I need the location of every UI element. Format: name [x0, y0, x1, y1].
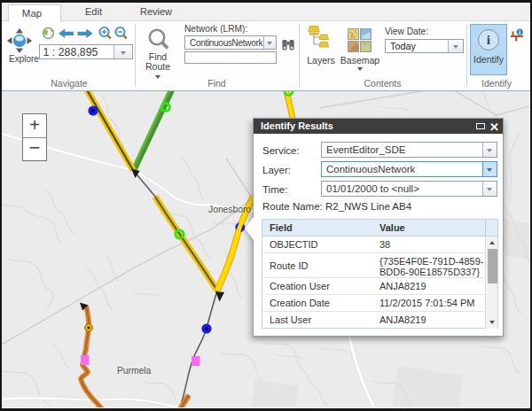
svg-text:i: i	[487, 32, 491, 47]
